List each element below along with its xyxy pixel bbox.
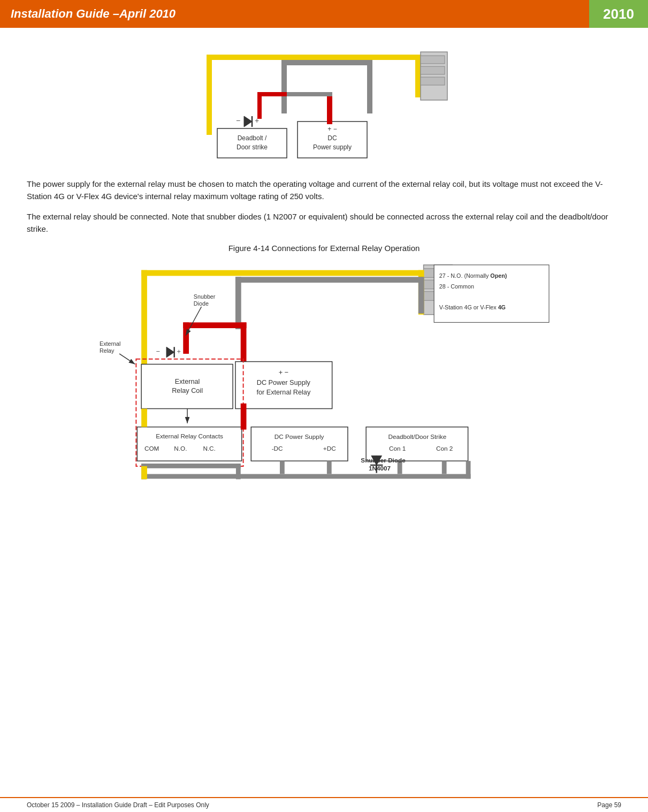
svg-text:Relay Coil: Relay Coil: [172, 387, 203, 394]
svg-rect-9: [257, 92, 287, 96]
svg-text:N.O.: N.O.: [174, 445, 187, 452]
svg-text:28 - Common: 28 - Common: [439, 283, 474, 290]
svg-rect-3: [421, 56, 445, 64]
svg-text:External: External: [100, 340, 120, 347]
svg-text:Power supply: Power supply: [312, 143, 351, 151]
svg-text:Relay: Relay: [100, 347, 115, 354]
page-content: − + Deadbolt / Door strike + − DC Power …: [0, 28, 648, 514]
svg-text:−: −: [156, 348, 159, 355]
svg-rect-5: [421, 77, 445, 85]
svg-rect-92: [141, 408, 147, 427]
svg-rect-38: [235, 277, 241, 329]
svg-text:Con 1: Con 1: [389, 445, 406, 452]
svg-rect-36: [235, 277, 423, 283]
svg-text:-DC: -DC: [271, 445, 283, 452]
bottom-diagram-svg: 27 - N.O. (Normally Open) 28 - Common V-…: [83, 262, 565, 487]
svg-marker-49: [166, 347, 174, 358]
svg-rect-0: [207, 55, 421, 60]
paragraph-1: The power supply for the external relay …: [27, 178, 621, 203]
svg-text:for External Relay: for External Relay: [256, 389, 310, 396]
svg-rect-66: [251, 427, 348, 461]
svg-text:+    −: + −: [327, 125, 337, 133]
svg-text:Deadbolt/Door Strike: Deadbolt/Door Strike: [388, 433, 446, 440]
svg-text:+    −: + −: [278, 369, 288, 376]
svg-rect-33: [141, 270, 423, 276]
svg-rect-10: [257, 92, 262, 119]
svg-rect-37: [418, 277, 424, 313]
svg-rect-7: [281, 60, 372, 65]
svg-rect-74: [141, 464, 241, 468]
svg-rect-79: [279, 461, 284, 474]
svg-rect-24: [287, 92, 332, 96]
top-diagram: − + Deadbolt / Door strike + − DC Power …: [27, 44, 621, 167]
svg-line-44: [186, 307, 201, 336]
svg-rect-84: [240, 404, 246, 430]
svg-rect-15: [207, 55, 212, 135]
svg-rect-23: [327, 92, 332, 124]
svg-text:−: −: [236, 116, 240, 125]
svg-text:N.C.: N.C.: [203, 445, 215, 452]
svg-text:External Relay Contacts: External Relay Contacts: [156, 432, 223, 439]
footer-right: Page 59: [597, 801, 621, 809]
footer-left: October 15 2009 – Installation Guide Dra…: [27, 801, 209, 809]
svg-rect-52: [141, 364, 233, 408]
svg-text:COM: COM: [144, 445, 159, 452]
svg-text:DC: DC: [327, 134, 337, 142]
svg-text:DC Power Supply: DC Power Supply: [274, 433, 324, 440]
header-year: 2010: [589, 0, 648, 28]
svg-rect-8: [281, 60, 287, 113]
bottom-diagram: 27 - N.O. (Normally Open) 28 - Common V-…: [27, 262, 621, 487]
svg-rect-78: [466, 461, 470, 479]
figure-title: Figure 4-14 Connections for External Rel…: [27, 244, 621, 253]
svg-text:Door strike: Door strike: [236, 143, 267, 151]
svg-text:Snubber Diode: Snubber Diode: [361, 457, 406, 464]
svg-text:DC Power Supply: DC Power Supply: [256, 379, 310, 386]
svg-rect-82: [441, 461, 446, 474]
svg-marker-12: [244, 116, 252, 127]
svg-text:Diode: Diode: [193, 300, 208, 307]
svg-rect-77: [141, 474, 470, 479]
svg-text:External: External: [174, 378, 200, 385]
svg-line-47: [119, 354, 135, 365]
header-title: Installation Guide –April 2010: [0, 0, 589, 28]
page-footer: October 15 2009 – Installation Guide Dra…: [0, 797, 648, 812]
svg-text:Deadbolt /: Deadbolt /: [237, 134, 266, 142]
page-header: Installation Guide –April 2010 2010: [0, 0, 648, 28]
svg-rect-41: [183, 322, 189, 354]
svg-text:27 - N.O. (Normally Open): 27 - N.O. (Normally Open): [439, 272, 507, 279]
svg-rect-1: [415, 55, 421, 97]
paragraph-2: The external relay should be connected. …: [27, 210, 621, 236]
svg-text:+: +: [255, 116, 259, 125]
top-diagram-svg: − + Deadbolt / Door strike + − DC Power …: [174, 44, 474, 167]
svg-rect-4: [421, 66, 445, 74]
svg-rect-83: [141, 466, 147, 479]
svg-text:V-Station 4G or V-Flex 4G: V-Station 4G or V-Flex 4G: [439, 304, 505, 310]
svg-text:+: +: [177, 348, 180, 355]
svg-text:Snubber: Snubber: [193, 293, 215, 300]
svg-rect-6: [367, 60, 372, 113]
svg-text:+DC: +DC: [323, 445, 336, 452]
svg-text:Con 2: Con 2: [436, 445, 453, 452]
svg-text:1N4007: 1N4007: [369, 465, 391, 472]
svg-rect-80: [326, 461, 331, 474]
